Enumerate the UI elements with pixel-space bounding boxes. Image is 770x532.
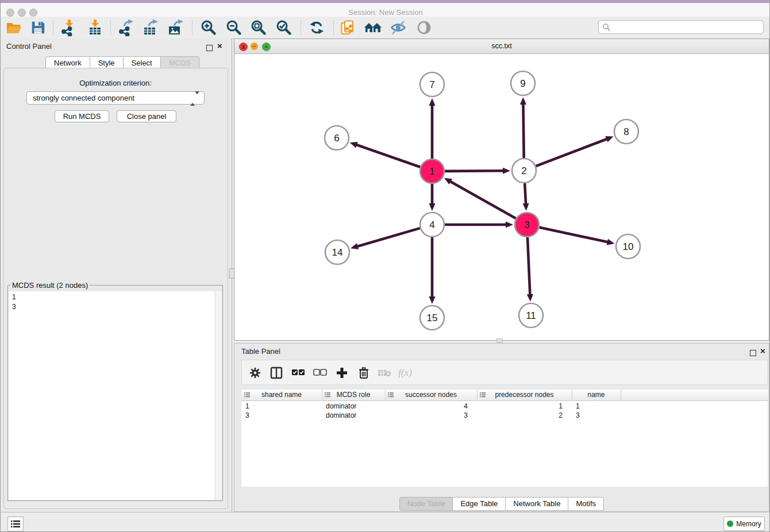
delete-row-button[interactable] (356, 365, 372, 380)
edge-2-8[interactable] (536, 138, 608, 166)
edge-arrowhead (605, 136, 613, 142)
table-cell[interactable]: dominator (322, 402, 385, 411)
save-session-button[interactable] (28, 18, 48, 37)
show-all-button[interactable] (414, 18, 434, 37)
criterion-dropdown[interactable]: strongly connected component (26, 91, 205, 105)
node-label-14: 14 (332, 247, 343, 258)
task-history-button[interactable] (7, 516, 24, 531)
result-scrollbar[interactable] (215, 291, 222, 500)
memory-button[interactable]: Memory (723, 516, 765, 531)
table-panel: Table Panel × (234, 343, 769, 512)
network-graph[interactable]: 7968124314101511 (234, 53, 769, 340)
export-network-button[interactable] (116, 18, 136, 37)
network-window-titlebar[interactable]: x – + scc.txt (234, 39, 769, 54)
edge-3-11[interactable] (528, 237, 530, 295)
table-tab-motifs[interactable]: Motifs (568, 497, 604, 511)
column-header-predecessor-nodes[interactable]: predecessor nodes (477, 390, 572, 400)
edge-2-3[interactable] (525, 183, 526, 205)
main-toolbar (1, 17, 770, 39)
table-tab-network-table[interactable]: Network Table (506, 497, 568, 511)
table-cell[interactable]: 4 (385, 402, 477, 411)
close-table-panel-icon[interactable]: × (760, 348, 765, 354)
import-table-button[interactable] (85, 18, 106, 37)
table-cell[interactable]: 1 (477, 402, 572, 411)
mcds-result-group: MCDS result (2 nodes) 13 (7, 281, 223, 501)
table-tabs: Node TableEdge TableNetwork TableMotifs (234, 497, 769, 510)
node-label-8: 8 (623, 126, 629, 137)
export-table-button[interactable] (140, 18, 161, 37)
table-tab-edge-table[interactable]: Edge Table (453, 497, 506, 511)
control-panel: Control Panel × NetworkStyleSelectMCDS O… (1, 38, 230, 512)
node-label-9: 9 (520, 78, 525, 89)
zoom-out-button[interactable] (224, 18, 244, 37)
column-header-name[interactable]: name (572, 390, 621, 400)
node-label-11: 11 (526, 310, 536, 321)
deselect-all-button[interactable] (312, 365, 328, 380)
search-input[interactable] (611, 22, 763, 32)
edge-1-6[interactable] (356, 145, 420, 167)
refresh-icon (309, 20, 325, 36)
node-label-10: 10 (623, 241, 634, 252)
status-bar: Memory (1, 512, 770, 532)
refresh-view-button[interactable] (306, 18, 327, 37)
edge-3-1[interactable] (449, 181, 515, 218)
table-cell[interactable]: 3 (385, 411, 477, 420)
table-cell[interactable]: dominator (322, 411, 385, 420)
table-row[interactable]: 3dominator323 (241, 411, 768, 420)
table-row[interactable]: 1dominator411 (241, 402, 768, 411)
zoom-in-icon (200, 19, 217, 36)
hide-selected-button[interactable] (388, 18, 409, 37)
clone-network-button[interactable] (338, 18, 359, 37)
float-table-panel-icon[interactable] (750, 348, 756, 358)
toggle-column-button[interactable] (268, 365, 284, 380)
attribute-icon (244, 392, 250, 398)
table-cell[interactable]: 1 (572, 402, 621, 411)
table-settings-button[interactable] (247, 365, 263, 380)
open-session-button[interactable] (3, 18, 24, 37)
edge-arrowhead (522, 203, 529, 211)
add-row-button[interactable] (334, 365, 350, 380)
column-header-MCDS-role[interactable]: MCDS role (322, 390, 386, 400)
memory-status-icon (727, 521, 733, 527)
node-table: shared nameMCDS rolesuccessor nodesprede… (241, 390, 768, 487)
search-icon (602, 23, 611, 32)
zoom-selected-button[interactable] (274, 18, 294, 37)
search-field[interactable] (598, 20, 764, 34)
edge-arrowhead (429, 98, 435, 106)
table-cell[interactable]: 3 (572, 411, 621, 420)
edge-arrowhead (607, 239, 615, 245)
edge-arrowhead (506, 221, 513, 228)
column-header-successor-nodes[interactable]: successor nodes (385, 390, 478, 400)
toolbar-separator (301, 20, 301, 35)
table-cell[interactable]: 3 (241, 411, 322, 420)
table-cell[interactable]: 2 (477, 411, 572, 420)
network-resize-handle[interactable] (496, 338, 503, 343)
toolbar-separator (110, 20, 111, 35)
network-canvas[interactable]: 7968124314101511 (234, 53, 769, 340)
import-network-button[interactable] (58, 18, 79, 37)
first-neighbors-button[interactable] (363, 18, 383, 37)
edge-3-10[interactable] (540, 228, 609, 242)
edge-2-9[interactable] (523, 103, 523, 158)
select-all-button[interactable] (290, 365, 306, 380)
column-header-shared-name[interactable]: shared name (241, 390, 322, 400)
close-panel-icon[interactable]: × (217, 43, 222, 49)
table-cell[interactable]: 1 (241, 402, 322, 411)
edge-arrowhead (429, 296, 435, 304)
export-image-button[interactable] (165, 18, 186, 37)
zoom-fit-icon (250, 19, 267, 36)
table-tab-node-table[interactable]: Node Table (399, 497, 453, 511)
control-panel-tabs: NetworkStyleSelectMCDS (45, 56, 199, 68)
control-panel-title: Control Panel (6, 42, 52, 51)
run-mcds-button[interactable]: Run MCDS (55, 110, 109, 122)
mcds-result-list[interactable]: 13 (9, 291, 222, 500)
zoom-in-button[interactable] (198, 18, 219, 37)
edge-1-2[interactable] (445, 171, 504, 171)
close-panel-button[interactable]: Close panel (117, 110, 176, 122)
plus-icon (336, 367, 348, 379)
node-label-15: 15 (427, 313, 438, 323)
float-panel-icon[interactable] (206, 43, 213, 53)
edge-4-14[interactable] (357, 228, 420, 246)
zoom-fit-button[interactable] (248, 18, 269, 37)
import-table-icon (87, 19, 104, 36)
